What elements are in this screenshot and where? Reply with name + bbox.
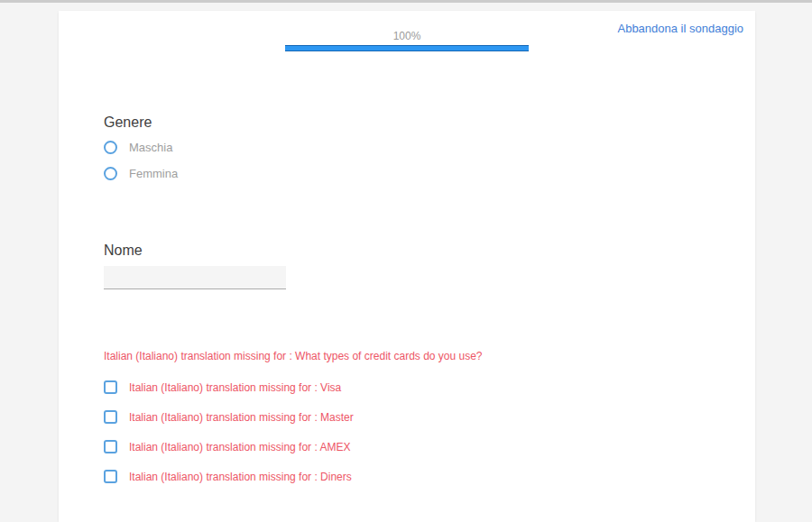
- question-gender: Genere Maschia Femmina: [104, 114, 710, 180]
- survey-header: 100% Abbandona il sondaggio: [59, 11, 755, 51]
- progress-percentage-label: 100%: [285, 30, 529, 42]
- question-name: Nome: [104, 242, 710, 289]
- name-text-input[interactable]: [104, 266, 286, 289]
- checkbox-option-label: Italian (Italiano) translation missing f…: [129, 471, 352, 483]
- checkbox-option-diners[interactable]: Italian (Italiano) translation missing f…: [104, 470, 710, 483]
- checkbox-option-visa[interactable]: Italian (Italiano) translation missing f…: [104, 380, 710, 394]
- browser-top-strip: [0, 0, 812, 3]
- checkbox-option-amex[interactable]: Italian (Italiano) translation missing f…: [104, 440, 710, 453]
- progress-bar-fill: [285, 45, 529, 51]
- survey-card: 100% Abbandona il sondaggio Genere Masch…: [59, 11, 755, 522]
- radio-button-icon[interactable]: [104, 167, 117, 180]
- question-credit-cards-title: Italian (Italiano) translation missing f…: [104, 350, 710, 362]
- checkbox-icon[interactable]: [104, 380, 117, 394]
- progress-bar: 100%: [285, 30, 529, 51]
- radio-option-label: Maschia: [129, 141, 172, 154]
- question-name-title: Nome: [104, 242, 710, 259]
- checkbox-option-master[interactable]: Italian (Italiano) translation missing f…: [104, 410, 710, 424]
- question-credit-cards: Italian (Italiano) translation missing f…: [104, 350, 710, 483]
- radio-option-label: Femmina: [129, 167, 178, 180]
- checkbox-option-label: Italian (Italiano) translation missing f…: [129, 411, 354, 424]
- question-gender-title: Genere: [104, 114, 710, 131]
- progress-bar-track: [285, 45, 529, 51]
- checkbox-icon[interactable]: [104, 410, 117, 424]
- checkbox-option-label: Italian (Italiano) translation missing f…: [129, 381, 341, 394]
- checkbox-icon[interactable]: [104, 470, 117, 483]
- radio-option-maschia[interactable]: Maschia: [104, 141, 710, 154]
- checkbox-option-label: Italian (Italiano) translation missing f…: [129, 441, 350, 453]
- survey-content: Genere Maschia Femmina Nome Italian (Ita…: [59, 114, 755, 483]
- radio-button-icon[interactable]: [104, 141, 117, 154]
- checkbox-icon[interactable]: [104, 440, 117, 453]
- abandon-survey-link[interactable]: Abbandona il sondaggio: [617, 22, 743, 35]
- radio-option-femmina[interactable]: Femmina: [104, 167, 710, 180]
